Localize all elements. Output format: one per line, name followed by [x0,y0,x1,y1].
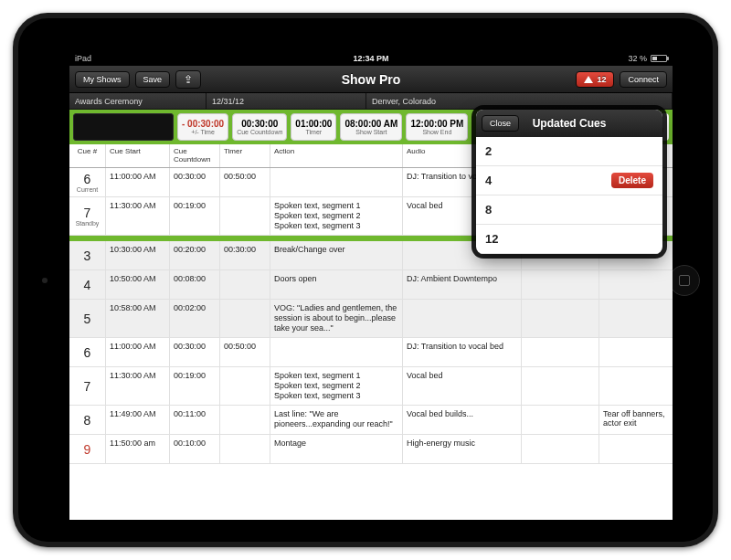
cue-countdown: 00:19:00 [170,197,220,236]
col-count: Cue Countdown [170,144,220,167]
cue-start: 11:00:00 AM [106,168,170,197]
col-timer: Timer [220,144,270,167]
cue-countdown: 00:11:00 [170,406,220,435]
battery-icon [651,55,667,62]
app-title: Show Pro [342,72,401,87]
col-start: Cue Start [106,144,170,167]
cue-countdown: 00:30:00 [170,338,220,367]
alert-count: 12 [597,75,606,84]
camera-dot [42,278,48,283]
timer-label: Timer [306,129,323,135]
timer-box-4: 12:00:00 PM Show End [406,113,468,141]
save-button[interactable]: Save [135,71,171,88]
cue-timer [220,270,270,300]
table-row[interactable]: 611:00:00 AM00:30:0000:50:00DJ: Transiti… [69,338,673,367]
cue-countdown: 00:08:00 [170,270,220,300]
cue-timer [220,300,270,338]
cue-countdown: 00:19:00 [170,367,220,406]
popover-close-button[interactable]: Close [482,115,519,132]
cue-action: Last line: "We are pioneers...expanding … [270,406,403,435]
updated-cue-row[interactable]: 4Delete [476,166,662,195]
ipad-frame: iPad 12:34 PM 32 % My Shows Save ⇪ Show … [13,13,718,547]
cue-video [522,270,599,300]
cue-stage [599,270,673,300]
cue-stage [599,435,673,464]
updated-cue-row[interactable]: 8 [476,195,662,225]
cue-number: 3 [84,248,91,263]
timer-box-0: - 00:30:00 +/- Time [177,113,228,141]
updated-cue-row[interactable]: 2 [476,137,662,166]
cue-action: Spoken text, segment 1Spoken text, segme… [270,197,403,236]
cue-start: 10:50:00 AM [106,270,170,300]
cue-countdown: 00:02:00 [170,300,220,338]
cue-timer: 00:50:00 [220,338,270,367]
ios-status-bar: iPad 12:34 PM 32 % [69,51,673,66]
updated-cue-number: 8 [485,203,492,217]
timer-box-1: 00:30:00 Cue Countdown [232,113,287,141]
timer-label: +/- Time [191,129,214,135]
cue-timer [220,197,270,236]
timer-box-3: 08:00:00 AM Show Start [340,113,402,141]
cue-countdown: 00:30:00 [170,168,220,197]
cue-timer [220,435,270,464]
cue-start: 11:30:00 AM [106,367,170,406]
timer-value: 01:00:00 [295,119,332,129]
alerts-button[interactable]: 12 [576,71,614,88]
timer-label: Show End [422,129,451,135]
cue-number: 8 [84,413,91,428]
table-row[interactable]: 410:50:00 AM00:08:00Doors openDJ: Ambien… [69,270,673,300]
timer-label: Cue Countdown [237,129,282,135]
updated-cue-number: 12 [485,232,498,246]
cue-number: 5 [84,312,91,326]
cue-number: 6 [84,345,91,360]
cue-stage [599,338,673,367]
cue-status: Current [77,186,98,193]
cue-audio: Vocal bed [403,367,522,406]
cue-timer: 00:50:00 [220,168,270,197]
my-shows-button[interactable]: My Shows [75,71,130,88]
carrier-label: iPad [75,54,91,63]
cue-start: 10:30:00 AM [106,241,170,270]
cue-number: 6 [84,172,91,186]
cue-action: Spoken text, segment 1Spoken text, segme… [270,367,403,406]
cue-audio: DJ: Transition to vocal bed [403,338,522,367]
cue-start: 10:58:00 AM [106,300,170,338]
timer-value: 08:00:00 AM [344,119,397,129]
timer-value: - 00:30:00 [182,119,224,129]
show-date[interactable]: 12/31/12 [207,93,366,109]
home-button[interactable] [669,265,700,296]
table-row[interactable]: 911:50:00 am00:10:00MontageHigh-energy m… [69,435,673,464]
cue-action: VOG: "Ladies and gentlemen, the session … [270,300,403,338]
popover-title: Updated Cues [533,117,607,130]
cue-status: Standby [76,220,100,227]
table-row[interactable]: 711:30:00 AM00:19:00Spoken text, segment… [69,367,673,406]
table-row[interactable]: 811:49:00 AM00:11:00Last line: "We are p… [69,406,673,435]
connect-button[interactable]: Connect [620,71,667,88]
cue-countdown: 00:20:00 [170,241,220,270]
cue-start: 11:50:00 am [106,435,170,464]
delete-button[interactable]: Delete [611,173,653,188]
battery-percent: 32 % [628,54,647,63]
share-button[interactable]: ⇪ [175,70,201,89]
cue-action: Break/Change over [270,241,403,270]
table-row[interactable]: 510:58:00 AM00:02:00VOG: "Ladies and gen… [69,300,673,338]
cue-action: Doors open [270,270,403,300]
timer-value: 00:30:00 [241,119,278,129]
cue-stage: Tear off banners, actor exit [599,406,673,435]
cue-countdown: 00:10:00 [170,435,220,464]
timer-label: Show Start [355,129,387,135]
cue-timer: 00:30:00 [220,241,270,270]
updated-cue-number: 4 [485,174,492,187]
cue-video [522,338,599,367]
col-action: Action [270,144,403,167]
cue-video [522,435,599,464]
cue-number: 9 [84,442,91,457]
col-cue: Cue # [69,144,106,167]
show-location[interactable]: Denver, Colorado [366,93,673,109]
cue-video [522,406,599,435]
cue-stage [599,367,673,406]
timer-box-2: 01:00:00 Timer [291,113,336,141]
cue-number: 7 [84,206,91,220]
updated-cue-row[interactable]: 12 [476,225,662,254]
show-name[interactable]: Awards Ceremony [69,93,207,109]
